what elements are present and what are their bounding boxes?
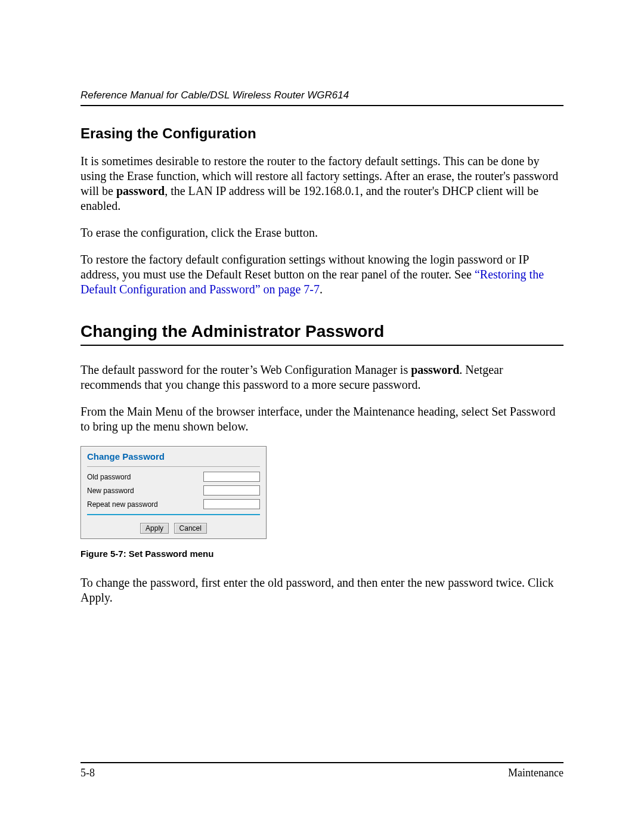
apply-button[interactable]: Apply xyxy=(140,523,169,534)
footer-rule xyxy=(80,762,564,763)
text-bold-password: password xyxy=(411,363,459,376)
para-erase-restore: To restore the factory default configura… xyxy=(80,252,564,297)
panel-inner: Change Password Old password New passwor… xyxy=(81,447,266,522)
para-erase-intro: It is sometimes desirable to restore the… xyxy=(80,154,564,213)
page-number: 5-8 xyxy=(80,767,95,779)
label-repeat-password: Repeat new password xyxy=(87,500,158,509)
row-new-password: New password xyxy=(87,485,260,496)
heading-block-change-password: Changing the Administrator Password xyxy=(80,322,564,346)
panel-divider xyxy=(87,466,260,467)
heading-rule xyxy=(80,345,564,346)
input-new-password[interactable] xyxy=(203,485,260,496)
footer-row: 5-8 Maintenance xyxy=(80,767,564,779)
figure-caption: Figure 5-7: Set Password menu xyxy=(80,549,564,559)
para-erase-action: To erase the configuration, click the Er… xyxy=(80,225,564,240)
para-set-password-menu: From the Main Menu of the browser interf… xyxy=(80,404,564,434)
row-repeat-password: Repeat new password xyxy=(87,499,260,509)
text-bold-password: password xyxy=(116,184,165,197)
para-default-password: The default password for the router’s We… xyxy=(80,363,564,392)
label-new-password: New password xyxy=(87,487,134,495)
change-password-panel: Change Password Old password New passwor… xyxy=(80,446,267,539)
label-old-password: Old password xyxy=(87,473,131,481)
text: . xyxy=(320,283,323,296)
running-header: Reference Manual for Cable/DSL Wireless … xyxy=(80,89,564,106)
para-change-password-steps: To change the password, first enter the … xyxy=(80,575,564,605)
page-footer: 5-8 Maintenance xyxy=(80,762,564,779)
section-label: Maintenance xyxy=(508,767,564,779)
text: The default password for the router’s We… xyxy=(80,363,411,376)
row-old-password: Old password xyxy=(87,472,260,482)
document-page: Reference Manual for Cable/DSL Wireless … xyxy=(0,0,644,833)
input-repeat-password[interactable] xyxy=(203,499,260,509)
panel-accent-divider xyxy=(87,514,260,515)
heading-change-password: Changing the Administrator Password xyxy=(80,322,564,341)
panel-title: Change Password xyxy=(87,451,260,462)
cancel-button[interactable]: Cancel xyxy=(174,523,207,534)
panel-buttons: Apply Cancel xyxy=(81,522,266,538)
heading-erasing-config: Erasing the Configuration xyxy=(80,125,564,142)
input-old-password[interactable] xyxy=(203,472,260,482)
text: To restore the factory default configura… xyxy=(80,253,529,281)
